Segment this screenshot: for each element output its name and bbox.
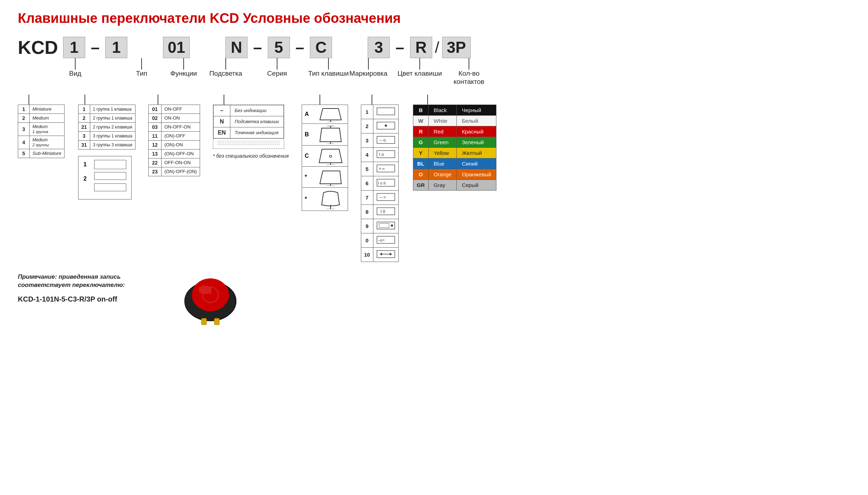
vid-table: 1 Miniature 2 Medium 3 Medium1 группа 4 … — [18, 105, 65, 158]
backlight-dashed: – Без индикации N Подсветка клавиши EN Т… — [213, 105, 284, 149]
table-row: 22 OFF-ON-ON — [148, 158, 200, 167]
svg-rect-46 — [201, 318, 206, 325]
marking-table: 1 2 — [361, 105, 399, 262]
table-row: 4 I o — [361, 147, 398, 162]
col-tip: 1 1 группа 1 клавиша 2 2 группы 1 клавиш… — [78, 95, 136, 199]
marking-1-icon — [376, 106, 395, 116]
note-section: Примечание: приведенная запись соответст… — [18, 273, 854, 327]
kcd-box-tip: 1 — [105, 37, 127, 58]
kcd-box-series: 5 — [268, 37, 290, 58]
switch-row-1: 1 — [83, 160, 126, 169]
table-row: 2 — [361, 119, 398, 133]
table-row: EN Точечная индикация — [213, 127, 284, 138]
table-row: 3 3 группы 1 клавиша — [78, 131, 135, 140]
svg-marker-12 — [320, 171, 341, 184]
keytype-svg-foot — [316, 189, 345, 209]
table-row: 13 (ON)-OFF-ON — [148, 149, 200, 158]
table-row: 10 — [361, 247, 398, 262]
table-row: 21 2 группы 2 клавиши — [78, 122, 135, 131]
marking-9-icon — [376, 221, 395, 231]
tick-series — [320, 95, 320, 105]
marking-0-icon: –o= — [376, 235, 395, 245]
table-row: 23 (ON)-OFF-(ON) — [148, 167, 200, 176]
svg-rect-30 — [377, 208, 395, 215]
kcd-dash-3: – — [290, 39, 310, 56]
col-series: A B — [302, 95, 348, 211]
svg-marker-3 — [320, 128, 341, 142]
kcd-box-vid: 1 — [63, 37, 85, 58]
table-row: 2 2 группы 1 клавиша — [78, 113, 135, 122]
table-row: 31 3 группы 3 клавиши — [78, 140, 135, 149]
kcd-dash-1: – — [85, 39, 105, 56]
keytype-row-C: C — [302, 146, 348, 167]
svg-marker-8 — [319, 149, 342, 163]
table-row: B Black Черный — [413, 105, 496, 115]
table-row: 6 I o II — [361, 176, 398, 190]
svg-text:I  o: I o — [379, 152, 384, 157]
svg-point-11 — [330, 155, 332, 157]
kcd-box-color: R — [410, 37, 432, 58]
keytype-row-star: * — [302, 167, 348, 188]
table-row: N Подсветка клавиши — [213, 116, 284, 127]
kcd-code-row: KCD 1 – 1 01 N – 5 – C 3 – R / — [18, 37, 854, 58]
table-row: 1 — [361, 105, 398, 119]
switch-svg — [182, 269, 239, 326]
table-row: Y Yellow Желтый — [413, 147, 496, 158]
kcd-slash: / — [432, 39, 442, 56]
svg-text:I  o  II: I o II — [378, 181, 386, 185]
label-series: Серия — [266, 58, 288, 77]
kcd-code-area: KCD 1 – 1 01 N – 5 – C 3 – R / — [18, 37, 854, 86]
main-columns: 1 Miniature 2 Medium 3 Medium1 группа 4 … — [18, 95, 854, 262]
table-row: 0 –o= — [361, 233, 398, 247]
kcd-dash-2: – — [247, 39, 267, 56]
col-backlight: – Без индикации N Подсветка клавиши EN Т… — [213, 95, 289, 159]
svg-marker-39 — [380, 253, 382, 256]
col-color: B Black Черный W White Белый R Red Красн… — [413, 95, 497, 191]
marking-3-icon: – o — [376, 135, 395, 145]
col-func: 01 ON-OFF 02 ON-ON 03 ON-OFF-ON 11 (ON)-… — [148, 95, 200, 176]
special-note: * без специального обозначения — [213, 153, 289, 159]
keytype-svg-B — [316, 125, 345, 144]
label-tip: Тип — [131, 58, 153, 77]
svg-text:I  II: I II — [381, 209, 385, 214]
marking-5-icon: ≡ ∞ — [376, 163, 395, 173]
table-row: 5 ≡ ∞ — [361, 162, 398, 176]
table-row: 02 ON-ON — [148, 113, 200, 122]
tick-vid — [29, 95, 29, 105]
table-row: 5 Sub-Miniature — [18, 149, 65, 158]
switch-rects-2 — [94, 172, 126, 193]
marking-10-icon — [376, 249, 395, 259]
table-row: 1 Miniature — [18, 105, 65, 113]
svg-text:–o=: –o= — [378, 238, 385, 242]
svg-rect-33 — [379, 223, 389, 228]
switch-image — [182, 269, 239, 327]
kcd-box-marking: 3 — [368, 37, 390, 58]
svg-marker-0 — [320, 108, 341, 120]
table-row: W White Белый — [413, 115, 496, 126]
dashed-ext-lines — [213, 138, 284, 148]
svg-point-42 — [192, 278, 229, 311]
keytype-row-B: B — [302, 124, 348, 146]
labels-ticks-row: Вид Тип Функции Подсветка — [18, 58, 854, 86]
backlight-table: – Без индикации N Подсветка клавиши EN Т… — [213, 105, 284, 138]
table-row: 12 (ON)-ON — [148, 140, 200, 149]
marking-2-icon — [376, 121, 395, 131]
svg-point-34 — [391, 224, 393, 227]
label-func: Функции — [170, 58, 197, 77]
svg-rect-47 — [214, 318, 219, 325]
table-row: 11 (ON)-OFF — [148, 131, 200, 140]
svg-text:– =: – = — [380, 195, 386, 200]
table-row: 01 ON-OFF — [148, 105, 200, 113]
kcd-prefix: KCD — [18, 37, 58, 58]
svg-point-19 — [385, 125, 387, 127]
page-title: Клавишные переключатели KCD Условные обо… — [18, 11, 854, 26]
switch-row-2: 2 — [83, 172, 126, 193]
keytype-svg-C — [316, 147, 345, 165]
kcd-box-func: 01 — [163, 37, 190, 58]
note-text-area: Примечание: приведенная запись соответст… — [18, 273, 168, 304]
tick-tip — [85, 95, 85, 105]
keytype-row-A: A — [302, 105, 348, 124]
table-row: 8 I II — [361, 204, 398, 219]
func-table: 01 ON-OFF 02 ON-ON 03 ON-OFF-ON 11 (ON)-… — [148, 105, 200, 176]
label-keytype: Тип клавиши — [317, 58, 339, 77]
